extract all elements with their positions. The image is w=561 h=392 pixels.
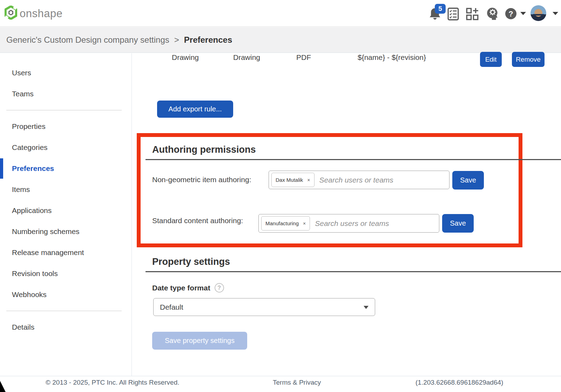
svg-text:?: ? [508, 9, 513, 18]
export-rule-cell-type: Drawing [172, 53, 199, 62]
remove-export-rule-button[interactable]: Remove [512, 52, 545, 67]
user-chip: Dax Mutalik × [271, 173, 315, 187]
dropdown-caret-icon [364, 306, 369, 309]
footer-terms-privacy-link[interactable]: Terms & Privacy [273, 379, 321, 386]
export-rule-cell-format: PDF [296, 53, 311, 62]
add-export-rule-button[interactable]: Add export rule... [157, 101, 233, 118]
tasks-checklist-icon[interactable] [447, 7, 459, 21]
apps-grid-add-icon[interactable] [466, 8, 479, 20]
sidebar-item-release-management[interactable]: Release management [0, 242, 131, 263]
footer-version: (1.203.62668.69618629ad64) [415, 379, 503, 386]
standard-content-authoring-input[interactable]: Manufacturing × [258, 214, 439, 233]
edit-export-rule-button[interactable]: Edit [480, 52, 502, 67]
sidebar-item-applications[interactable]: Applications [0, 200, 131, 221]
account-dropdown-caret-icon[interactable] [553, 12, 558, 15]
dropdown-selected-value: Default [160, 303, 183, 311]
standard-content-authoring-label: Standard content authoring: [152, 216, 243, 225]
onshape-wordmark: onshape [20, 7, 62, 20]
sidebar-item-users[interactable]: Users [0, 62, 131, 83]
non-geometric-authoring-label: Non-geometric item authoring: [152, 176, 251, 184]
help-question-icon[interactable]: ? [505, 8, 517, 20]
section-divider [146, 271, 561, 272]
date-type-format-label: Date type format ? [152, 283, 224, 293]
sidebar-divider [6, 311, 122, 311]
breadcrumb: Generic's Custom Design company settings… [0, 27, 561, 53]
sidebar-item-webhooks[interactable]: Webhooks [0, 284, 131, 305]
sidebar-item-items[interactable]: Items [0, 179, 131, 200]
sidebar-item-numbering-schemes[interactable]: Numbering schemes [0, 221, 131, 242]
sidebar-divider [6, 110, 122, 110]
footer-divider [0, 376, 561, 376]
team-chip: Manufacturing × [261, 216, 310, 231]
sidebar-item-teams[interactable]: Teams [0, 83, 131, 104]
section-divider [146, 159, 561, 160]
onshape-logo-icon[interactable] [5, 6, 17, 20]
chip-remove-icon[interactable]: × [307, 177, 310, 183]
sidebar-item-details[interactable]: Details [0, 317, 131, 338]
authoring-permissions-title: Authoring permissions [152, 144, 256, 155]
non-geometric-authoring-input[interactable]: Dax Mutalik × [269, 171, 450, 189]
export-rule-cell-template: ${name} - ${revision} [358, 53, 426, 62]
search-users-input[interactable] [319, 176, 449, 184]
save-non-geometric-button[interactable]: Save [452, 171, 484, 190]
page: onshape 5 [0, 0, 561, 392]
breadcrumb-company-settings[interactable]: Generic's Custom Design company settings [6, 35, 169, 45]
chip-remove-icon[interactable]: × [303, 221, 306, 226]
top-bar: onshape 5 [0, 0, 561, 27]
export-rule-cell-source: Drawing [233, 53, 260, 62]
breadcrumb-current-page: Preferences [184, 35, 232, 45]
property-settings-title: Property settings [152, 256, 230, 267]
save-property-settings-button[interactable]: Save property settings [152, 332, 247, 350]
chip-label: Manufacturing [265, 220, 299, 226]
sidebar-item-revision-tools[interactable]: Revision tools [0, 263, 131, 284]
help-dropdown-caret-icon[interactable] [520, 12, 526, 15]
breadcrumb-separator-icon: > [174, 35, 179, 45]
save-standard-content-button[interactable]: Save [442, 214, 474, 233]
date-format-dropdown[interactable]: Default [153, 298, 375, 316]
footer-copyright: © 2013 - 2025, PTC Inc. All Rights Reser… [46, 379, 180, 386]
learning-center-head-gear-icon[interactable] [486, 7, 499, 21]
user-avatar[interactable] [530, 5, 546, 21]
notification-count-badge: 5 [435, 4, 446, 14]
chip-label: Dax Mutalik [276, 177, 303, 183]
cursor-artifact [0, 381, 6, 392]
active-item-indicator [0, 158, 3, 179]
sidebar-item-categories[interactable]: Categories [0, 137, 131, 158]
settings-sidebar: Users Teams Properties Categories Prefer… [0, 53, 132, 376]
help-tooltip-icon[interactable]: ? [215, 283, 224, 293]
search-users-input[interactable] [315, 219, 439, 228]
sidebar-item-properties[interactable]: Properties [0, 116, 131, 137]
sidebar-item-preferences[interactable]: Preferences [0, 158, 131, 179]
